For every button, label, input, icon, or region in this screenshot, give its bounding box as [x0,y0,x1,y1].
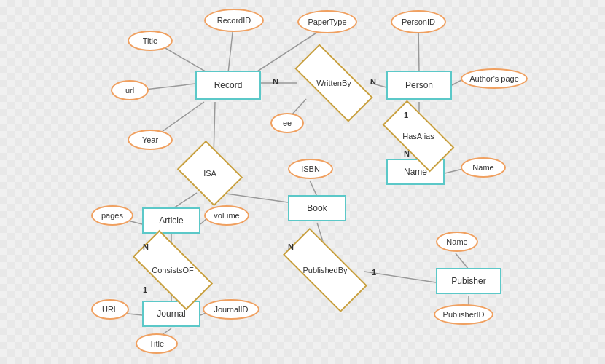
rel-writtenby: WrittenBy [296,66,372,100]
attr-ee: ee [270,113,304,133]
attr-journalid: JournalID [203,299,259,320]
entity-book: Book [288,195,346,221]
entity-article: Article [142,207,200,234]
card-n5: N [288,242,294,251]
svg-line-18 [310,181,317,197]
card-1-2: 1 [143,285,147,294]
attr-url: url [111,80,149,100]
attr-isbn: ISBN [288,159,333,179]
svg-line-0 [228,26,233,73]
svg-line-13 [292,99,306,115]
attr-recordid: RecordID [204,9,264,32]
card-n1: N [273,77,278,86]
er-diagram: Record Person Name Book Article Journal … [0,0,605,364]
rel-publishedby: PublishedBy [284,251,366,289]
entity-record: Record [195,71,261,100]
card-n4: N [143,242,149,251]
card-1-3: 1 [372,268,376,277]
svg-line-15 [221,193,288,202]
rel-isa: ISA [184,153,236,194]
svg-line-11 [445,169,463,173]
attr-title2: Title [136,333,178,354]
rel-consistsof: ConsistsOF [135,251,211,289]
svg-line-26 [456,253,469,269]
entity-publisher: Pubisher [436,268,501,294]
attr-name-attr: Name [461,157,506,178]
attr-authors-page: Author's page [461,68,528,89]
card-n3: N [404,149,410,158]
attr-papertype: PaperType [297,10,357,33]
attr-volume: volume [204,205,249,226]
attr-url2: URL [91,299,129,320]
attr-name-pub: Name [436,232,478,252]
rel-hasalias: HasAlias [385,119,452,154]
attr-year: Year [128,130,173,150]
card-n2: N [370,77,376,86]
attr-personid: PersonID [391,10,446,33]
attr-title: Title [128,31,173,51]
svg-line-3 [157,102,204,135]
attr-pages: pages [91,205,133,226]
card-1-1: 1 [404,111,408,119]
entity-person: Person [386,71,452,100]
attr-publisherid: PublisherID [434,304,493,325]
